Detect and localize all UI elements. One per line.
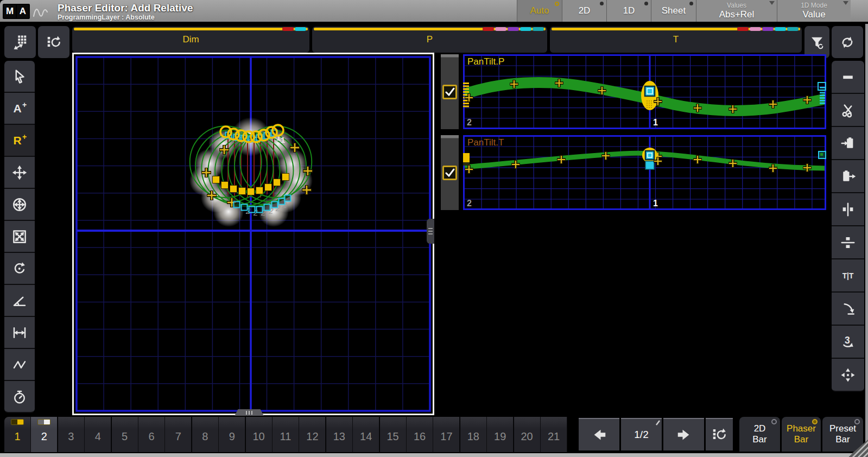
mirror-tool-button[interactable]: T|T [832, 259, 864, 293]
move-tool-button[interactable] [4, 157, 35, 189]
dropdown-1d-mode[interactable]: 1D ModeValue [777, 0, 851, 22]
phaser-step-tab-20[interactable]: 20 [514, 417, 541, 452]
graph-enable-checkbox[interactable] [442, 166, 457, 180]
add-absolute-tool-button[interactable]: A+ [4, 93, 35, 125]
bar-button-label: 2D [754, 423, 766, 434]
view-mode-1d[interactable]: 1D [606, 0, 651, 22]
phaser-step-tab-2[interactable]: 2 [31, 417, 58, 452]
waveform-icon [33, 5, 49, 18]
paste-before-tool-button[interactable] [832, 127, 864, 160]
bar-button-label: Phaser [787, 423, 816, 434]
attribute-bar-dim[interactable]: Dim [72, 27, 309, 53]
filter-button[interactable] [804, 26, 829, 58]
color-chip [495, 27, 506, 31]
phaser-step-tab-7[interactable]: 7 [165, 417, 192, 452]
width-tool-button[interactable] [4, 317, 35, 349]
reset-angle-tool-button[interactable] [832, 293, 864, 326]
mirror-tt-icon: T|T [840, 268, 856, 284]
center-move-icon [840, 367, 856, 383]
dropdown-values[interactable]: ValuesAbs+Rel [696, 0, 777, 22]
angle-tool-button[interactable] [4, 285, 35, 317]
tab-number: 15 [387, 430, 398, 442]
flip-tool-button[interactable]: 3 [832, 326, 864, 359]
attribute-bar-label: T [550, 34, 802, 45]
view-mode-2d[interactable]: 2D [562, 0, 606, 22]
2d-bar-button[interactable]: 2DBar [739, 417, 780, 452]
phaser-step-tab-18[interactable]: 18 [460, 417, 487, 452]
center-tool-button[interactable] [832, 359, 864, 392]
page-prev-button[interactable] [579, 418, 619, 450]
color-chip [295, 27, 306, 31]
dropdown-value: Abs+Rel [719, 9, 755, 20]
flip-icon: 3 [840, 334, 856, 350]
recalculate-button[interactable] [38, 26, 69, 58]
right-scrollbar[interactable] [865, 24, 868, 453]
graph-enable-checkbox[interactable] [442, 85, 457, 99]
bar-indicator-dot [771, 419, 777, 424]
refresh-button[interactable] [832, 26, 863, 58]
paste-after-tool-button[interactable] [832, 160, 864, 193]
slope-tool-button[interactable] [4, 349, 35, 381]
cut-tool-button[interactable] [832, 94, 864, 127]
move-circle-tool-button[interactable] [4, 189, 35, 221]
recalculate-button-bottom[interactable] [706, 418, 733, 450]
preset-bar-button[interactable]: PresetBar [822, 417, 863, 452]
ma-logo-letter: A [17, 5, 29, 18]
select-tool-button[interactable] [4, 61, 35, 93]
phaser-step-tab-5[interactable]: 5 [112, 417, 138, 452]
phaser-bar-button[interactable]: PhaserBar [782, 417, 821, 452]
phaser-step-tab-10[interactable]: 10 [246, 417, 273, 452]
svg-text:2: 2 [467, 118, 472, 127]
scale-tool-button[interactable] [4, 221, 35, 253]
panel-resize-handle-right[interactable] [427, 219, 434, 244]
split-horizontal-tool-button[interactable] [832, 226, 864, 259]
view-mode-auto[interactable]: Auto [517, 0, 562, 22]
attribute-bar-label: P [312, 34, 547, 45]
view-mode-label: 1D [623, 5, 635, 16]
rotate-tool-button[interactable] [4, 253, 35, 285]
phaser-step-tab-9[interactable]: 9 [219, 417, 245, 452]
add-relative-tool-icon: R+ [10, 132, 29, 149]
phaser-step-tab-8[interactable]: 8 [192, 417, 219, 452]
tab-number: 20 [521, 430, 533, 442]
window-title: Phaser Editor: Add Relative [58, 2, 193, 14]
phaser-step-tab-13[interactable]: 13 [326, 417, 353, 452]
graph-pantilt-p[interactable]: PanTilt.P21 [463, 54, 826, 129]
window-subtitle: ProgrammingLayer : Absolute [58, 14, 155, 21]
phaser-step-tab-21[interactable]: 21 [541, 417, 567, 452]
phaser-step-tab-19[interactable]: 19 [487, 417, 514, 452]
timing-tool-button[interactable] [4, 381, 35, 413]
split-vertical-tool-button[interactable] [832, 193, 864, 226]
phaser-step-tab-16[interactable]: 16 [407, 417, 433, 452]
phaser-step-tab-11[interactable]: 11 [273, 417, 299, 452]
phaser-step-tab-6[interactable]: 6 [138, 417, 165, 452]
page-next-button[interactable] [663, 418, 704, 450]
color-chip [737, 27, 749, 31]
graph-pantilt-t[interactable]: PanTilt.T21 [463, 135, 826, 210]
merge-tool-button[interactable] [832, 61, 864, 94]
graph-title: PanTilt.P [467, 56, 504, 67]
phaser-step-tab-4[interactable]: 4 [85, 417, 111, 452]
phaser-step-tab-17[interactable]: 17 [433, 417, 460, 452]
page-indicator[interactable]: 1/2 [621, 418, 662, 450]
tab-number: 17 [440, 430, 452, 442]
phaser-step-tab-3[interactable]: 3 [58, 417, 85, 452]
panel-resize-handle-bottom[interactable] [235, 409, 264, 416]
attribute-bar-p[interactable]: P [312, 27, 547, 53]
tab-number: 9 [229, 430, 235, 442]
phaser-step-tab-12[interactable]: 12 [299, 417, 326, 452]
dropdown-value: Value [802, 9, 825, 20]
phaser-step-tab-14[interactable]: 14 [353, 417, 379, 452]
color-chip [520, 27, 531, 31]
phaser-step-tab-15[interactable]: 15 [380, 417, 407, 452]
add-relative-tool-button[interactable]: R+ [4, 125, 35, 157]
ma-logo: MA [3, 4, 30, 19]
paste-before-icon [840, 135, 856, 151]
phaser-step-tab-1[interactable]: 1 [4, 417, 31, 452]
view-mode-sheet[interactable]: Sheet [651, 0, 696, 22]
pan-view-button[interactable] [4, 26, 36, 58]
svg-text:1: 1 [281, 135, 285, 144]
phaser-2d-view[interactable]: 111222222 [72, 53, 434, 415]
attribute-bar-t[interactable]: T [550, 27, 802, 53]
split-v-icon [840, 201, 856, 218]
